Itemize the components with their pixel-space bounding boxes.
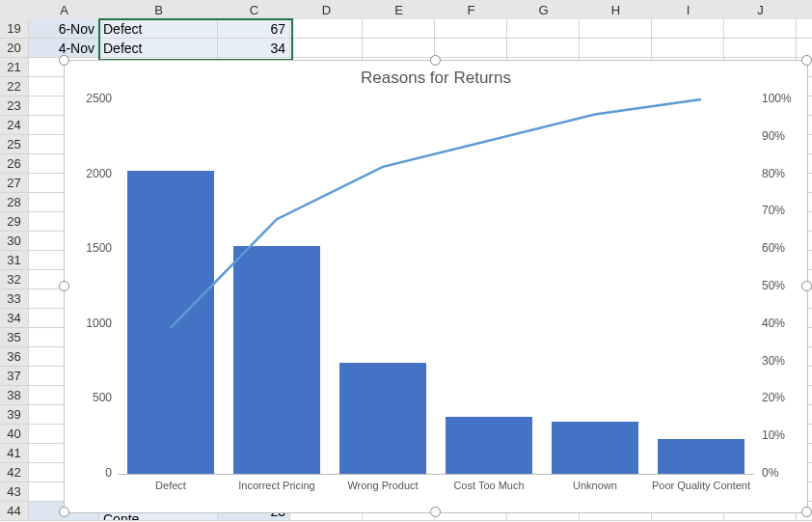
- row-header-39[interactable]: 39: [0, 405, 29, 425]
- chart-handle[interactable]: [59, 281, 69, 291]
- cell-A19[interactable]: 6-Nov: [29, 19, 99, 39]
- row-header-44[interactable]: 44: [0, 502, 29, 521]
- cell-E19[interactable]: [363, 19, 435, 39]
- chart-handle[interactable]: [430, 507, 441, 517]
- row-header-25[interactable]: 25: [0, 135, 29, 154]
- category-label: Defect: [113, 480, 229, 491]
- column-header-J[interactable]: J: [724, 0, 798, 20]
- row-header-35[interactable]: 35: [0, 328, 29, 347]
- row-header-30[interactable]: 30: [0, 232, 29, 251]
- chart-handle[interactable]: [59, 507, 69, 517]
- category-label: Unknown: [537, 480, 653, 491]
- cell-I19[interactable]: [652, 19, 724, 39]
- chart-title[interactable]: Reasons for Returns: [65, 69, 807, 88]
- cell-B19[interactable]: Defect: [99, 19, 218, 39]
- cell-J19[interactable]: [724, 19, 797, 39]
- column-header-E[interactable]: E: [363, 0, 436, 20]
- column-header-K[interactable]: K: [797, 0, 812, 20]
- y-left-tick: 2500: [71, 92, 112, 105]
- column-header-G[interactable]: G: [507, 0, 581, 20]
- cell-E20[interactable]: [363, 39, 435, 58]
- cell-D19[interactable]: [290, 19, 363, 39]
- column-header-A[interactable]: A: [29, 0, 100, 20]
- chart-object[interactable]: Reasons for Returns 05001000150020002500…: [64, 60, 808, 513]
- y-right-tick: 60%: [762, 241, 804, 255]
- chart-handle[interactable]: [801, 55, 812, 66]
- row-header-28[interactable]: 28: [0, 193, 29, 212]
- chart-handle[interactable]: [801, 507, 812, 517]
- y-left-tick: 2000: [71, 167, 112, 180]
- row-header-24[interactable]: 24: [0, 116, 29, 135]
- y-left-tick: 0: [71, 466, 112, 480]
- cell-J20[interactable]: [724, 39, 797, 58]
- y-right-tick: 10%: [762, 428, 804, 442]
- column-header-H[interactable]: H: [580, 0, 653, 20]
- category-label: Wrong Product: [325, 480, 441, 491]
- cell-H19[interactable]: [580, 19, 652, 39]
- cell-F20[interactable]: [435, 39, 507, 58]
- cell-G20[interactable]: [507, 39, 580, 58]
- y-left-tick: 1500: [71, 241, 112, 255]
- row-header-19[interactable]: 19: [0, 19, 29, 39]
- row-header-34[interactable]: 34: [0, 309, 29, 328]
- row-header-22[interactable]: 22: [0, 77, 29, 96]
- row-header-20[interactable]: 20: [0, 39, 29, 58]
- row-header-33[interactable]: 33: [0, 289, 29, 309]
- chart-handle[interactable]: [430, 55, 441, 66]
- y-right-tick: 90%: [762, 129, 804, 143]
- row-header-29[interactable]: 29: [0, 212, 29, 232]
- column-header-D[interactable]: D: [290, 0, 364, 20]
- column-header-C[interactable]: C: [218, 0, 291, 20]
- row-header-42[interactable]: 42: [0, 463, 29, 482]
- cell-C20[interactable]: 34: [218, 39, 290, 58]
- cell-I20[interactable]: [652, 39, 724, 58]
- y-right-tick: 80%: [762, 167, 804, 180]
- chart-plot-area[interactable]: 050010001500200025000%10%20%30%40%50%60%…: [118, 99, 754, 474]
- column-header-B[interactable]: B: [99, 0, 219, 20]
- y-left-tick: 1000: [71, 316, 112, 330]
- category-label: Incorrect Pricing: [219, 480, 335, 491]
- y-right-tick: 40%: [762, 316, 804, 330]
- row-header-38[interactable]: 38: [0, 386, 29, 405]
- cumulative-line[interactable]: [171, 99, 701, 328]
- row-header-36[interactable]: 36: [0, 347, 29, 367]
- cell-G19[interactable]: [507, 19, 580, 39]
- column-header-I[interactable]: I: [652, 0, 725, 20]
- category-label: Cost Too Much: [431, 480, 547, 491]
- chart-handle[interactable]: [59, 55, 69, 66]
- cell-K19[interactable]: [797, 19, 812, 39]
- row-header-31[interactable]: 31: [0, 251, 29, 270]
- category-label: Poor Quality Content: [643, 480, 759, 491]
- cell-C19[interactable]: 67: [218, 19, 290, 39]
- y-left-tick: 500: [71, 391, 112, 404]
- y-right-tick: 70%: [762, 204, 804, 217]
- row-header-21[interactable]: 21: [0, 58, 29, 77]
- cell-F19[interactable]: [435, 19, 507, 39]
- row-header-26[interactable]: 26: [0, 154, 29, 174]
- y-right-tick: 100%: [762, 92, 804, 105]
- row-header-40[interactable]: 40: [0, 425, 29, 444]
- y-right-tick: 30%: [762, 354, 804, 368]
- row-header-37[interactable]: 37: [0, 367, 29, 386]
- row-header-23[interactable]: 23: [0, 96, 29, 116]
- cell-B20[interactable]: Defect: [99, 39, 218, 58]
- y-right-tick: 20%: [762, 391, 804, 404]
- y-right-tick: 50%: [762, 279, 804, 292]
- cell-D20[interactable]: [290, 39, 363, 58]
- cell-H20[interactable]: [580, 39, 652, 58]
- row-header-27[interactable]: 27: [0, 174, 29, 193]
- row-header-41[interactable]: 41: [0, 444, 29, 463]
- row-header-32[interactable]: 32: [0, 270, 29, 289]
- select-all-corner[interactable]: [0, 0, 30, 20]
- column-header-F[interactable]: F: [435, 0, 508, 20]
- row-header-43[interactable]: 43: [0, 482, 29, 502]
- chart-handle[interactable]: [801, 281, 812, 291]
- y-right-tick: 0%: [762, 466, 804, 480]
